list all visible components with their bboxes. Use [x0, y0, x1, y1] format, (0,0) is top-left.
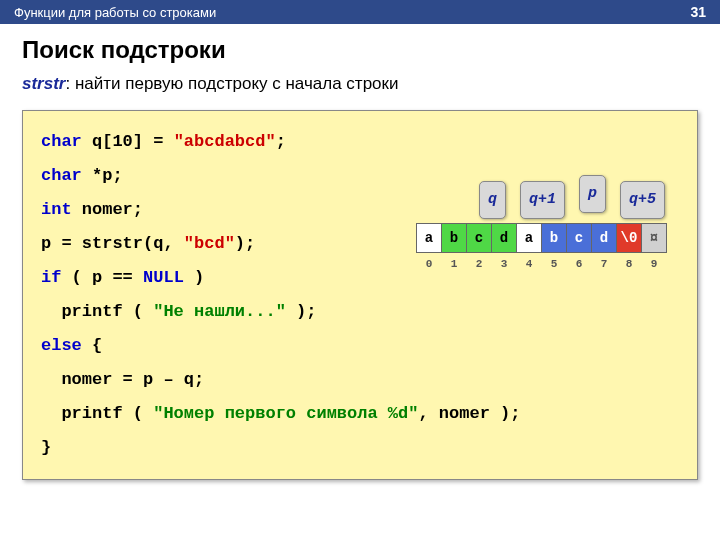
cell-6: c — [567, 224, 592, 253]
tag-q: q — [479, 181, 506, 219]
cell-8: \0 — [617, 224, 642, 253]
subtitle-keyword: strstr — [22, 74, 65, 93]
header-bar: Функции для работы со строками 31 — [0, 0, 720, 24]
code-line-10: } — [41, 431, 679, 465]
cell-4: a — [517, 224, 542, 253]
page-number: 31 — [690, 4, 706, 20]
cell-7: d — [592, 224, 617, 253]
code-line-7: else { — [41, 329, 679, 363]
code-block: q q+1 p q+5 a b c d a b c d \0 ¤ 0 1 2 3… — [22, 110, 698, 480]
cell-2: c — [467, 224, 492, 253]
cell-9: ¤ — [642, 224, 667, 253]
subtitle: strstr: найти первую подстроку с начала … — [0, 70, 720, 104]
code-line-6: printf ( "Не нашли..." ); — [41, 295, 679, 329]
code-line-1: char q[10] = "abcdabcd"; — [41, 125, 679, 159]
memory-indices: 0 1 2 3 4 5 6 7 8 9 — [417, 253, 667, 276]
tag-q1: q+1 — [520, 181, 565, 219]
tag-q5: q+5 — [620, 181, 665, 219]
tag-p: p — [579, 175, 606, 213]
cell-5: b — [542, 224, 567, 253]
cell-1: b — [442, 224, 467, 253]
section-label: Функции для работы со строками — [14, 5, 216, 20]
cell-0: a — [417, 224, 442, 253]
cell-3: d — [492, 224, 517, 253]
code-line-8: nomer = p – q; — [41, 363, 679, 397]
memory-table: a b c d a b c d \0 ¤ 0 1 2 3 4 5 6 7 8 9 — [416, 223, 667, 275]
subtitle-text: : найти первую подстроку с начала строки — [65, 74, 398, 93]
page-title: Поиск подстроки — [0, 24, 720, 70]
pointer-tags: q q+1 p q+5 — [479, 181, 665, 219]
code-line-9: printf ( "Номер первого символа %d", nom… — [41, 397, 679, 431]
memory-cells: a b c d a b c d \0 ¤ — [417, 224, 667, 253]
